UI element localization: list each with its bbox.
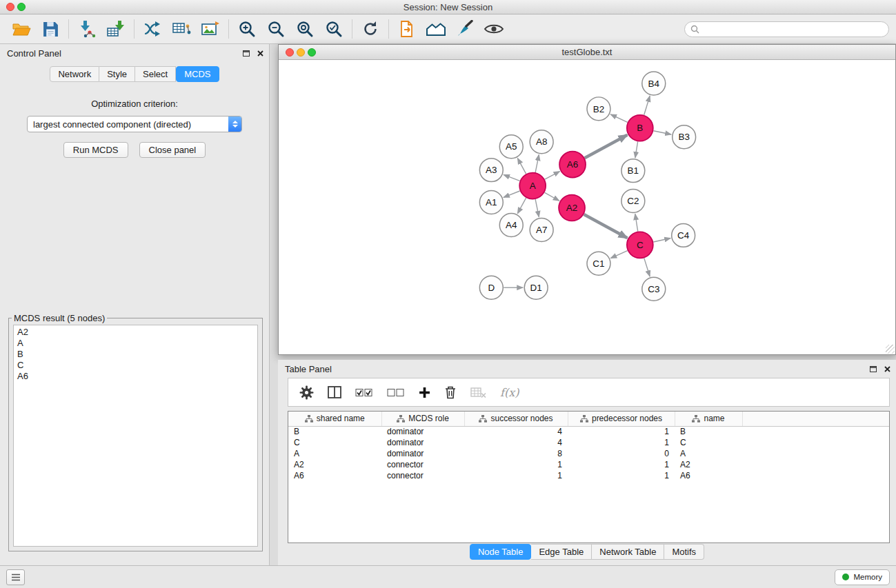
table-row[interactable]: A6connector11A6: [288, 470, 889, 481]
style-brush-button[interactable]: [450, 17, 479, 41]
edge-A2-C[interactable]: [584, 214, 628, 238]
run-mcds-button[interactable]: Run MCDS: [63, 142, 128, 158]
mcds-result-list[interactable]: A2ABCA6: [13, 325, 258, 547]
node-table[interactable]: shared nameMCDS rolesuccessor nodesprede…: [288, 411, 890, 543]
close-panel-button[interactable]: Close panel: [139, 142, 206, 158]
node-C1[interactable]: C1: [587, 252, 610, 275]
network-zoom-button[interactable]: [308, 48, 316, 57]
tab-mcds[interactable]: MCDS: [176, 66, 219, 82]
node-B3[interactable]: B3: [673, 125, 696, 149]
open-document-button[interactable]: [392, 17, 421, 41]
open-session-button[interactable]: [7, 17, 36, 41]
node-D1[interactable]: D1: [524, 276, 548, 299]
network-minimize-button[interactable]: [297, 48, 305, 57]
zoom-fit-button[interactable]: [290, 17, 319, 41]
edge-C-C2[interactable]: [635, 214, 638, 231]
network-close-button[interactable]: [286, 48, 294, 57]
tab-motifs[interactable]: Motifs: [664, 544, 704, 560]
export-image-button[interactable]: [196, 17, 225, 41]
table-settings-button[interactable]: [299, 385, 314, 400]
edge-C-C3[interactable]: [644, 258, 650, 276]
edge-A6-B[interactable]: [585, 135, 628, 158]
node-C3[interactable]: C3: [642, 277, 666, 301]
edge-A-A7[interactable]: [535, 199, 539, 217]
node-A6[interactable]: A6: [559, 152, 586, 178]
import-network-button[interactable]: [72, 17, 101, 41]
edge-B-B3[interactable]: [653, 131, 671, 134]
zoom-selected-button[interactable]: [319, 17, 348, 41]
column-header-shared-name[interactable]: shared name: [288, 412, 381, 426]
delete-table-button[interactable]: [470, 387, 486, 398]
node-D[interactable]: D: [479, 276, 503, 299]
zoom-in-button[interactable]: [232, 17, 261, 41]
node-A[interactable]: A: [519, 173, 546, 199]
export-network-button[interactable]: [138, 17, 167, 41]
node-A2[interactable]: A2: [559, 195, 585, 221]
edge-A-A8[interactable]: [535, 154, 539, 172]
memory-button[interactable]: Memory: [835, 569, 890, 585]
edge-A-A5[interactable]: [517, 158, 526, 174]
edge-C-C1[interactable]: [610, 251, 627, 258]
function-builder-button[interactable]: f(x): [500, 386, 519, 399]
node-B4[interactable]: B4: [642, 72, 666, 95]
network-window-titlebar[interactable]: testGlobe.txt: [279, 45, 895, 60]
show-hide-button[interactable]: [479, 17, 508, 41]
result-item[interactable]: A: [17, 338, 254, 349]
save-session-button[interactable]: [36, 17, 65, 41]
node-B[interactable]: B: [627, 115, 653, 141]
tab-network[interactable]: Network: [50, 66, 99, 82]
result-item[interactable]: A6: [17, 371, 254, 382]
zoom-window-button[interactable]: [17, 3, 26, 11]
node-A5[interactable]: A5: [499, 135, 523, 159]
add-row-button[interactable]: [419, 387, 430, 398]
close-window-button[interactable]: [6, 3, 14, 11]
resize-grip[interactable]: [886, 345, 895, 354]
tab-edge-table[interactable]: Edge Table: [531, 544, 592, 560]
result-item[interactable]: A2: [17, 327, 254, 338]
close-panel-button[interactable]: [257, 50, 263, 57]
home-views-button[interactable]: [421, 17, 450, 41]
node-B1[interactable]: B1: [621, 159, 645, 183]
node-A7[interactable]: A7: [530, 218, 553, 241]
result-item[interactable]: C: [17, 360, 254, 371]
table-row[interactable]: Bdominator41B: [288, 426, 889, 437]
edge-A-A2[interactable]: [545, 192, 559, 201]
node-A3[interactable]: A3: [479, 159, 503, 182]
node-A4[interactable]: A4: [499, 213, 523, 236]
column-header-MCDS-role[interactable]: MCDS role: [381, 412, 464, 426]
node-C[interactable]: C: [627, 232, 653, 258]
node-A8[interactable]: A8: [530, 130, 553, 154]
edge-B-B4[interactable]: [644, 96, 650, 115]
refresh-button[interactable]: [356, 17, 385, 41]
column-header-predecessor-nodes[interactable]: predecessor nodes: [568, 412, 675, 426]
edge-B-B1[interactable]: [635, 141, 638, 157]
edge-A-A6[interactable]: [545, 172, 560, 180]
tab-select[interactable]: Select: [135, 66, 176, 82]
node-A1[interactable]: A1: [479, 191, 503, 214]
deselect-all-button[interactable]: [387, 388, 405, 397]
table-row[interactable]: A2connector11A2: [288, 459, 889, 470]
column-header-successor-nodes[interactable]: successor nodes: [464, 412, 568, 426]
edge-A-A3[interactable]: [504, 174, 520, 181]
import-table-button[interactable]: [101, 17, 130, 41]
column-header-name[interactable]: name: [675, 412, 742, 426]
edge-A-A1[interactable]: [504, 191, 520, 197]
delete-row-button[interactable]: [444, 385, 457, 399]
task-history-button[interactable]: [6, 569, 25, 585]
edge-B-B2[interactable]: [610, 114, 628, 122]
search-box[interactable]: [684, 21, 889, 37]
zoom-out-button[interactable]: [261, 17, 290, 41]
network-canvas[interactable]: B4B2BB3A8A5A6A3B1AC2A1A2A4A7C4CC1DD1C3: [279, 60, 895, 354]
float-panel-button[interactable]: [243, 50, 250, 57]
node-B2[interactable]: B2: [587, 97, 610, 121]
close-table-panel-button[interactable]: [884, 366, 890, 372]
network-svg[interactable]: B4B2BB3A8A5A6A3B1AC2A1A2A4A7C4CC1DD1C3: [279, 60, 895, 354]
optimization-criterion-select[interactable]: largest connected component (directed): [27, 116, 242, 132]
tab-network-table[interactable]: Network Table: [592, 544, 664, 560]
search-input[interactable]: [703, 24, 883, 34]
select-all-button[interactable]: [355, 388, 373, 397]
show-column-button[interactable]: [328, 386, 341, 398]
edge-C-C4[interactable]: [653, 239, 670, 243]
result-item[interactable]: B: [17, 349, 254, 360]
node-C4[interactable]: C4: [672, 223, 695, 247]
